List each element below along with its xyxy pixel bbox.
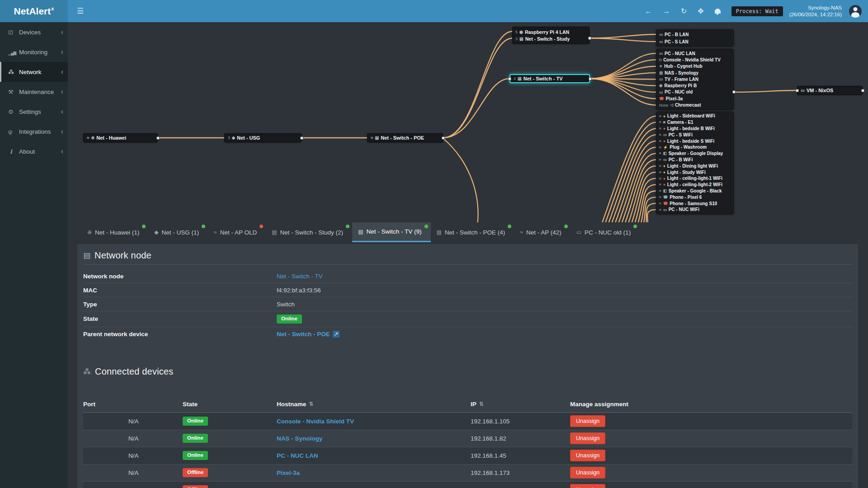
unassign-button[interactable]: Unassign — [570, 432, 605, 444]
sidebar-item-maintenance[interactable]: Maintenance‹ — [0, 82, 68, 102]
device-leaf-plug-washroom[interactable]: Plug - Washroom — [656, 144, 733, 150]
unassign-button[interactable]: Unassign — [570, 450, 605, 461]
column-label: Port — [83, 401, 95, 408]
device-leaf-speaker-google-display[interactable]: Speaker - Google Display — [656, 150, 733, 157]
external-link-icon[interactable]: ↗ — [333, 331, 340, 338]
cell-port: N/A — [83, 452, 183, 459]
map-node-raspberry-pi-4-lan[interactable]: 5Raspberry Pi 4 LAN — [513, 28, 589, 35]
device-leaf-raspberry-pi-b[interactable]: Raspberry Pi B — [656, 82, 733, 89]
tab-pc-nuc-old-1[interactable]: PC - NUC old (1) — [571, 222, 640, 242]
hostname-link[interactable]: Console - Nvidia Shield TV — [277, 418, 354, 425]
node-label: Net - Switch - TV — [524, 76, 563, 81]
hostname-link[interactable]: PC - NUC LAN — [277, 452, 318, 459]
column-header-ip[interactable]: IP⇅ — [471, 401, 570, 408]
sidebar-item-about[interactable]: About‹ — [0, 141, 68, 161]
map-node-net-switch-study[interactable]: 3Net - Switch - Study — [513, 35, 589, 42]
sort-icon[interactable]: ⇅ — [309, 401, 313, 407]
device-label: Pixel-3a — [666, 96, 683, 101]
server-info: Synology-NAS (26/06/2024, 14:22:16) — [789, 5, 842, 18]
status-dot — [346, 225, 349, 228]
device-leaf-pc-s-lan[interactable]: PC - S LAN — [656, 38, 733, 45]
cam-icon — [663, 120, 665, 124]
device-leaf-light-bedside-b-wifi[interactable]: Light - bedside B WiFi — [656, 126, 733, 132]
notifications-bell-icon[interactable] — [710, 9, 725, 14]
tab-net-switch-poe-4[interactable]: Net - Switch - POE (4) — [431, 222, 514, 242]
map-node-net-switch-tv[interactable]: 4Net - Switch - TV — [509, 74, 590, 83]
device-leaf-light-bedside-s-wifi[interactable]: Light - bedside S WiFi — [656, 138, 733, 144]
device-leaf-pc-b-lan[interactable]: PC - B LAN — [656, 31, 733, 38]
forward-arrow-icon[interactable]: → — [658, 0, 675, 22]
sidebar-item-network[interactable]: Network‹ — [0, 62, 68, 82]
device-leaf-camera-e1[interactable]: Camera - E1 — [656, 119, 733, 126]
column-header-hostname[interactable]: Hostname⇅ — [277, 401, 471, 408]
tv-icon — [659, 77, 663, 81]
refresh-icon[interactable]: ↻ — [676, 0, 691, 22]
hamburger-menu-icon[interactable]: ☰ — [72, 0, 88, 22]
sidebar-item-monitoring[interactable]: Monitoring‹ — [0, 42, 68, 62]
topology-edge — [443, 138, 478, 222]
device-leaf-phone-pixel-6[interactable]: Phone - Pixel 6 — [656, 194, 733, 200]
device-label: PC - S WiFi — [669, 132, 693, 137]
tab-net-ap-old[interactable]: Net - AP OLD — [208, 222, 266, 242]
hostname-link[interactable]: Pixel-3a — [277, 469, 300, 476]
pc-icon — [659, 52, 663, 56]
cell-state: Offline — [183, 485, 277, 488]
sidebar-item-integrations[interactable]: Integrations‹ — [0, 122, 68, 141]
tab-net-switch-study-2[interactable]: Net - Switch - Study (2) — [266, 222, 352, 242]
node-link[interactable]: Net - Switch - TV — [277, 273, 323, 280]
tab-net-ap-42[interactable]: Net - AP (42) — [514, 222, 570, 242]
sidebar-item-devices[interactable]: Devices‹ — [0, 22, 68, 42]
back-arrow-icon[interactable]: ← — [640, 0, 656, 22]
device-leaf-light-study-wifi[interactable]: Light - Study WiFi — [656, 169, 733, 175]
device-leaf-tv-frame-lan[interactable]: TV - Frame LAN — [656, 76, 733, 82]
connector-square — [156, 136, 160, 140]
user-avatar[interactable] — [849, 5, 862, 18]
device-leaf-pc-nuc-wifi[interactable]: PC - NUC WiFi — [656, 206, 733, 213]
unassign-button[interactable]: Unassign — [570, 467, 605, 479]
device-label: NAS - Synology — [665, 70, 698, 75]
node-label: Net - USG — [237, 135, 260, 141]
parent-device-link[interactable]: Net - Switch - POE — [277, 331, 330, 338]
map-node-vm-nixos[interactable]: VM - NixOS — [797, 86, 863, 95]
tab-net-huawei-1[interactable]: Net - Huawei (1) — [81, 222, 148, 242]
connected-devices-icon — [83, 368, 91, 375]
tab-label: Net - USG (1) — [162, 229, 199, 236]
device-leaf-pc-s-wifi[interactable]: PC - S WiFi — [656, 131, 733, 138]
sidebar-item-label: Integrations — [19, 128, 61, 135]
move-pan-icon[interactable]: ✥ — [693, 0, 708, 22]
wifi-icon — [659, 120, 661, 124]
tab-net-usg-1[interactable]: Net - USG (1) — [148, 222, 208, 242]
tab-label: Net - Switch - TV (9) — [366, 228, 421, 235]
map-node-net-switch-poe[interactable]: Net - Switch - POE — [367, 133, 443, 142]
table-row-raspberry-pi-b: N/AOfflineRaspberry Pi B192.168.1.19Unas… — [83, 482, 852, 488]
map-node-net-usg[interactable]: 3Net - USG — [224, 133, 302, 142]
column-label: Hostname — [277, 401, 306, 408]
state-badge: Offline — [183, 485, 208, 488]
app-logo[interactable]: NetAlertx — [0, 0, 68, 22]
device-leaf-phone-samsung-s10[interactable]: Phone - Samsung S10 — [656, 200, 733, 206]
device-leaf-pixel-3a[interactable]: Pixel-3a — [656, 95, 733, 102]
device-leaf-pc-nuc-old[interactable]: PC - NUC old — [656, 89, 733, 95]
tab-label: Net - AP OLD — [220, 229, 257, 236]
unassign-button[interactable]: Unassign — [570, 415, 605, 427]
device-leaf-light-ceiling-light-2-wifi[interactable]: Light - ceiling-light-2 WiFi — [656, 182, 733, 188]
device-leaf-chromecast[interactable]: NoneChromecast — [656, 102, 733, 108]
device-leaf-hub-cygnet-hub[interactable]: Hub - Cygnet Hub — [656, 63, 733, 70]
sort-icon[interactable]: ⇅ — [479, 401, 484, 407]
device-label: PC - S LAN — [665, 39, 689, 44]
cell-manage: Unassign — [570, 450, 852, 461]
device-leaf-console-nvidia-shield-tv[interactable]: Console - Nvidia Shield TV — [656, 56, 733, 63]
device-leaf-nas-synology[interactable]: NAS - Synology — [656, 70, 733, 76]
device-leaf-light-sideboard-wifi[interactable]: Light - Sideboard WiFi — [656, 113, 733, 119]
tab-net-switch-tv-9[interactable]: Net - Switch - TV (9) — [352, 222, 430, 242]
hostname-link[interactable]: NAS - Synology — [277, 435, 322, 442]
device-leaf-speaker-google-black[interactable]: Speaker - Google - Black — [656, 188, 733, 194]
device-leaf-light-dining-light-wifi[interactable]: Light - Dining light WiFi — [656, 163, 733, 169]
app-title: NetAlert — [14, 6, 51, 17]
map-node-net-huawei[interactable]: Net - Huawei — [83, 133, 158, 142]
device-leaf-pc-nuc-lan[interactable]: PC - NUC LAN — [656, 50, 733, 56]
sidebar-item-settings[interactable]: Settings‹ — [0, 102, 68, 122]
device-leaf-light-ceiling-light-1-wifi[interactable]: Light - ceiling-light-1 WiFi — [656, 175, 733, 182]
unassign-button[interactable]: Unassign — [570, 484, 605, 488]
device-leaf-pc-b-wifi[interactable]: PC - B WiFi — [656, 157, 733, 163]
